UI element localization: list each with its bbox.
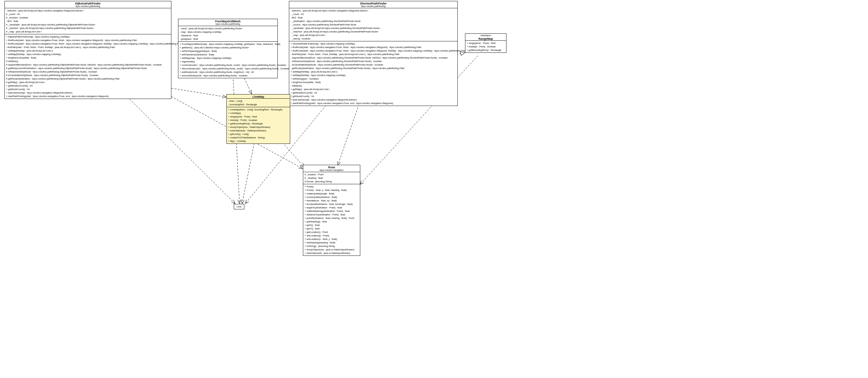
member-row: + getBoundingRect() : Rectangle bbox=[228, 122, 288, 125]
member-row: # _count : int bbox=[6, 12, 170, 16]
attrs: - listeners : java.util.ArrayList<lejos.… bbox=[289, 8, 457, 41]
member-row: + inside(p : Point) : boolean bbox=[228, 118, 288, 122]
member-row: + arcUpdate(distance : float, turnAngle … bbox=[305, 202, 359, 206]
member-row: + startPathFinding(start : lejos.robotic… bbox=[290, 102, 456, 105]
member-row: + getY() : float bbox=[305, 227, 359, 230]
member-row: + getMesh() : java.util.Collection<lejos… bbox=[180, 46, 276, 49]
member-row: - _candidate : java.util.ArrayList<lejos… bbox=[290, 26, 456, 30]
member-row: # _heading : float bbox=[305, 176, 359, 180]
member-row: + angleTo(destination : Point) : float bbox=[305, 206, 359, 209]
class-pose: Pose lejos.robotics.navigation # _locati… bbox=[303, 165, 360, 256]
member-row: # initialize() bbox=[6, 60, 170, 63]
member-row: + Pose() bbox=[305, 185, 359, 188]
member-row: - BIG : float bbox=[6, 20, 170, 23]
member-row: # segmentBlocked(from : lejos.robotics.p… bbox=[6, 63, 170, 67]
member-row: # _blocked : boolean bbox=[6, 16, 170, 20]
attrs: - mesh : java.util.ArrayList<lejos.robot… bbox=[178, 26, 277, 41]
member-row: # _candidate : java.util.ArrayList<lejos… bbox=[6, 23, 170, 26]
attrs: - listeners : java.util.ArrayList<lejos.… bbox=[5, 8, 171, 34]
member-row: # format : java.lang.String bbox=[305, 180, 359, 183]
ops: + LineMap(lines : Line[], boundingRect :… bbox=[227, 107, 290, 143]
class-title: DijkstraPathFinder bbox=[5, 1, 171, 5]
member-row: + pointAt(distance : float, bearing : fl… bbox=[305, 216, 359, 220]
member-row: # inReachedSet(aNode : lejos.robotics.pa… bbox=[6, 70, 170, 73]
member-row: - _reached : java.util.ArrayList<lejos.r… bbox=[290, 30, 456, 33]
member-row: - _source : lejos.robotics.pathfinding.S… bbox=[290, 23, 456, 26]
member-row: + findRoute(start : lejos.robotics.navig… bbox=[290, 45, 456, 49]
class-title: Line bbox=[237, 205, 242, 208]
member-row: + DijkstraPathFinder(map : lejos.robotic… bbox=[6, 35, 170, 38]
member-row: + setLocation(p : Point) bbox=[305, 234, 359, 237]
member-row: + getNodeCount() : int bbox=[6, 88, 170, 91]
member-row: + dumpObject(dos : java.io.DataOutputStr… bbox=[305, 248, 359, 251]
class-title: ShortestPathFinder bbox=[289, 1, 457, 5]
class-title: RangeMap bbox=[465, 37, 506, 40]
member-row: + getMap() : java.util.ArrayList<Line> bbox=[290, 88, 456, 91]
member-row: - getRoute(destination : lejos.robotics.… bbox=[290, 67, 456, 70]
member-row: - listeners : java.util.ArrayList<lejos.… bbox=[290, 9, 456, 12]
member-row: + distanceTo(destination : Point) : floa… bbox=[305, 213, 359, 216]
member-row: - map : lejos.robotics.mapping.LineMap bbox=[180, 30, 276, 34]
class-package: lejos.robotics.pathfinding bbox=[178, 23, 277, 26]
member-row: + setMap(theMap : java.util.ArrayList<Li… bbox=[6, 49, 170, 53]
member-row: + inside(p : Point) : boolean bbox=[467, 45, 505, 48]
member-row: + addNode(node : lejos.robotics.pathfind… bbox=[180, 70, 276, 74]
member-row: # inCandidateSet(aNode : lejos.robotics.… bbox=[6, 73, 170, 77]
member-row: + setMap(theMap : java.util.ArrayList<Li… bbox=[290, 70, 456, 73]
member-row: + findRoute(start : lejos.robotics.navig… bbox=[6, 38, 170, 42]
member-row: + removeNode(node : lejos.robotics.pathf… bbox=[180, 74, 276, 77]
member-row: + addListener(wpl : lejos.robotics.navig… bbox=[6, 91, 170, 95]
class-line: Line bbox=[234, 204, 244, 209]
member-row: - initialize() bbox=[290, 84, 456, 88]
member-row: + getBoundingRect() : Rectangle bbox=[467, 48, 505, 52]
member-row: - clearance : float bbox=[180, 34, 276, 37]
member-row: - BIG : float bbox=[290, 16, 456, 20]
class-package: lejos.robotics.pathfinding bbox=[5, 5, 171, 8]
member-row: + setMap(map : lejos.robotics.mapping.Li… bbox=[180, 56, 276, 60]
member-row: - findPath(start : Point, finish : Point… bbox=[290, 53, 456, 56]
member-row: + loadObject(dis : DataInputStream) bbox=[228, 129, 288, 132]
member-row: + setLocation(x : float, y : float) bbox=[305, 237, 359, 241]
member-row: # _reached : java.util.ArrayList<lejos.r… bbox=[6, 26, 170, 30]
member-row: + moveUpdate(distance : float) bbox=[305, 195, 359, 199]
class-title: Pose bbox=[303, 165, 360, 169]
member-row: + getX() : float bbox=[305, 224, 359, 227]
member-row: + setDebug(yes : boolean) bbox=[290, 77, 456, 80]
member-row: - findPath(start : Point, finish : Point… bbox=[6, 45, 170, 49]
attrs: - lines : Line[]- boundingRect : Rectang… bbox=[227, 98, 290, 107]
member-row: + range(pose : Pose) : float bbox=[467, 41, 505, 45]
member-row: - lines : Line[] bbox=[228, 99, 288, 103]
member-row: + getIterationCount() : int bbox=[6, 84, 170, 88]
ops: + Pose()+ Pose(x : float, y : float, hea… bbox=[303, 184, 360, 255]
member-row: - segmentBlocked(from : lejos.robotics.p… bbox=[290, 56, 456, 60]
class-linemap: LineMap - lines : Line[]- boundingRect :… bbox=[226, 94, 290, 144]
member-row: + relativeBearing(destination : Point) :… bbox=[305, 209, 359, 213]
member-row: + FourWayGridMesh(map : lejos.robotics.m… bbox=[180, 42, 276, 46]
member-row: + LineMap() bbox=[228, 111, 288, 115]
class-title: FourWayGridMesh bbox=[178, 19, 277, 23]
member-row: - gridspace : float bbox=[180, 37, 276, 41]
member-row: - listeners : java.util.ArrayList<lejos.… bbox=[6, 9, 170, 12]
attrs: # _location : Point# _heading : float# f… bbox=[303, 172, 360, 184]
member-row: + translate(dx : float, dy : float) bbox=[305, 199, 359, 202]
member-row: # getBest(currentDestination : lejos.rob… bbox=[6, 67, 170, 70]
member-row: - _destination : lejos.robotics.pathfind… bbox=[290, 20, 456, 23]
member-row: + loadObject(dis : java.io.DataInputStre… bbox=[305, 251, 359, 255]
member-row: + setClearance(clearance : float) bbox=[180, 53, 276, 56]
ops: + ShortestPathFinder(map : lejos.robotic… bbox=[289, 41, 457, 106]
class-fourway: FourWayGridMesh lejos.robotics.pathfindi… bbox=[178, 19, 278, 78]
member-row: + Pose(x : float, y : float, heading : f… bbox=[305, 188, 359, 192]
member-row: + setHeading(heading : float) bbox=[305, 241, 359, 244]
class-dijkstra: DijkstraPathFinder lejos.robotics.pathfi… bbox=[4, 1, 172, 99]
member-row: + findRoute(start : lejos.robotics.navig… bbox=[290, 49, 456, 53]
member-row: + getNodeCount() : int bbox=[290, 95, 456, 98]
member-row: - _count : int bbox=[290, 12, 456, 16]
member-row: + findRoute(start : lejos.robotics.navig… bbox=[6, 42, 170, 45]
member-row: # _map : java.util.ArrayList<Line> bbox=[6, 30, 170, 33]
member-row: - inCandidateSet(aNode : lejos.robotics.… bbox=[290, 63, 456, 67]
class-shortest: ShortestPathFinder lejos.robotics.pathfi… bbox=[289, 1, 458, 106]
member-row: # _location : Point bbox=[305, 173, 359, 176]
member-row: + createSVGFile(fileName : String) bbox=[228, 136, 288, 139]
stereotype: «interface» bbox=[465, 34, 506, 37]
member-row: + flip() : LineMap bbox=[228, 139, 288, 143]
